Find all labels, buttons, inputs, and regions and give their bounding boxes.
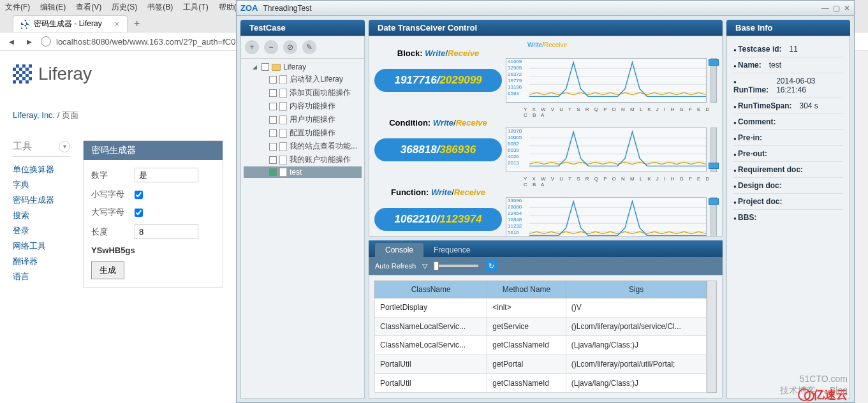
liferay-logo: Liferay [13,64,223,84]
checkbox[interactable] [269,76,277,84]
info-row: Project doc: [733,193,843,209]
uppercase-checkbox[interactable] [135,209,143,217]
tool-link[interactable]: 密码生成器 [13,193,70,208]
tree-item[interactable]: 我的账户功能操作 [244,153,362,166]
tree-label: test [290,168,302,177]
slider-thumb[interactable] [709,163,719,169]
new-tab-button[interactable]: + [128,15,146,32]
refresh-slider[interactable] [434,265,478,267]
tab-console[interactable]: Console [375,243,423,257]
table-row[interactable]: PortalUtilgetClassNameId(Ljava/lang/Clas… [375,374,707,393]
breadcrumb-link[interactable]: Liferay, Inc. [13,110,55,120]
chart-slider[interactable] [710,197,717,237]
tree-item[interactable]: 添加页面功能操作 [244,86,362,99]
menu-item[interactable]: 编辑(E) [40,2,66,13]
browser-tab[interactable]: 密码生成器 - Liferay × [13,15,128,32]
tree-item[interactable]: 我的站点查看功能... [244,140,362,153]
tree-item[interactable]: 内容功能操作 [244,99,362,113]
menu-item[interactable]: 查看(V) [76,2,101,13]
document-icon [279,156,287,165]
forward-button[interactable]: ► [23,35,36,48]
info-row: Design doc: [733,177,843,193]
menu-item[interactable]: 历史(S) [112,2,137,13]
tree-root[interactable]: ◢ Liferay [244,61,362,73]
tree-item[interactable]: test [244,166,362,178]
tool-link[interactable]: 翻译器 [13,254,70,269]
menu-item[interactable]: 书签(B) [147,2,173,13]
checkbox[interactable] [269,143,277,150]
table-header[interactable]: Sigs [566,281,707,298]
tree-label: 配置功能操作 [290,128,335,138]
expand-icon[interactable]: ◢ [253,64,259,70]
tree-item[interactable]: 配置功能操作 [244,126,362,140]
dropdown-icon[interactable]: ▽ [422,262,427,270]
window-titlebar[interactable]: ZOA ThreadingTest — ▢ ✕ [237,1,854,16]
info-row: Testcase id:11 [733,41,843,57]
add-button[interactable]: + [245,40,259,54]
info-value: 11 [790,45,802,54]
x-axis-labels: Y X W V U T S R Q P O N M L K J I H G F … [502,176,717,187]
url-text[interactable]: localhost:8080/web/www.163.com/2?p_auth=… [56,37,249,47]
baseinfo-body: Testcase id:11Name:testRunTime:2014-06-0… [726,36,850,399]
digits-label: 数字 [91,170,129,181]
edit-button[interactable]: ✎ [302,40,316,54]
table-row[interactable]: ClassNameLocalServic...getClassNameId(Lj… [375,336,707,355]
tool-link[interactable]: 网络工具 [13,238,70,254]
checkbox[interactable] [269,116,277,124]
length-input[interactable] [135,224,198,239]
table-header[interactable]: ClassName [375,281,487,298]
liferay-logo-icon [13,64,32,84]
menu-item[interactable]: 文件(F) [5,2,30,13]
auto-refresh-label: Auto Refresh [375,262,416,270]
info-label: Requirement doc: [733,165,803,174]
tool-link[interactable]: 单位换算器 [13,162,70,177]
checkbox[interactable] [269,168,277,176]
console-tab-strip: Console Frequence [369,240,723,257]
info-row: Comment: [733,114,843,129]
tools-heading[interactable]: 工具 ▾ [13,140,70,157]
tool-link[interactable]: 字典 [13,177,70,193]
checkbox[interactable] [269,89,277,97]
checkbox[interactable] [261,63,269,71]
refresh-button[interactable]: ↻ [485,260,497,272]
slider-thumb[interactable] [434,261,439,270]
y-axis-labels: 33696280802246416848112325616 [508,198,522,236]
maximize-icon[interactable]: ▢ [833,4,840,13]
tab-close-icon[interactable]: × [115,20,119,29]
minimize-icon[interactable]: — [821,4,829,13]
table-row[interactable]: ClassNameLocalServic...getService()Lcom/… [375,317,707,336]
remove-button[interactable]: − [264,40,278,54]
table-row[interactable]: PortalUtilgetPortal()Lcom/liferay/portal… [375,355,707,374]
tree-item[interactable]: 用户功能操作 [244,113,362,126]
tab-frequence[interactable]: Frequence [423,243,480,257]
tool-link[interactable]: 搜索 [13,208,70,223]
slider-thumb[interactable] [709,59,719,66]
table-header[interactable]: Method Name [487,281,566,298]
menu-item[interactable]: 工具(T) [183,2,208,13]
info-row: Name:test [733,57,843,73]
mini-chart: 12078100658052603940262013 [506,128,707,172]
clear-button[interactable]: ⊘ [283,40,297,54]
table-row[interactable]: PortletDisplay<init>()V [375,298,707,318]
close-icon[interactable]: ✕ [844,4,850,13]
metric-pill: 1917716/2029099 [374,69,502,92]
tree-item[interactable]: 启动登入Liferay [244,73,362,86]
tool-link[interactable]: 语言 [13,269,70,284]
checkbox[interactable] [269,156,277,164]
generate-button[interactable]: 生成 [91,261,124,279]
checkbox[interactable] [269,103,277,110]
back-button[interactable]: ◄ [5,35,18,48]
lowercase-checkbox[interactable] [135,191,143,199]
info-label: Name: [733,61,761,70]
info-value: test [769,61,785,70]
table-cell: PortalUtil [375,374,487,393]
table-scrollbar[interactable] [707,281,717,393]
tree-label: 我的站点查看功能... [290,141,357,152]
chart-slider[interactable] [710,128,717,172]
tool-link[interactable]: 登录 [13,223,70,238]
digits-input[interactable] [135,168,198,182]
chart-slider[interactable] [710,58,717,103]
window-title: ThreadingTest [263,4,311,13]
checkbox[interactable] [269,129,277,137]
slider-thumb[interactable] [709,198,719,205]
